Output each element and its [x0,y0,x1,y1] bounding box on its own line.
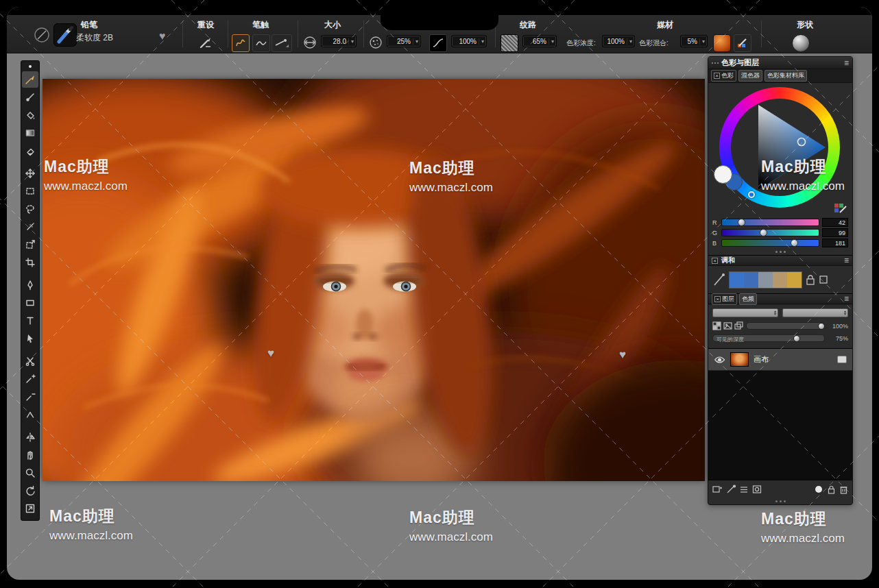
new-layer-icon[interactable] [712,485,723,494]
dynamic-plugin-icon[interactable] [726,485,736,494]
delete-layer-icon[interactable] [839,485,848,494]
layer-group-icon[interactable] [739,485,749,494]
paint-bucket-tool[interactable] [22,107,38,123]
harmony-swatch[interactable] [744,272,758,288]
layer-adjuster-tool[interactable] [22,165,38,182]
media-dab-button[interactable] [713,34,731,52]
layer-mask-icon[interactable] [752,485,762,494]
brush-selector-tile[interactable] [53,23,77,47]
b-value[interactable]: 181 [822,238,848,247]
remove-point-tool[interactable] [22,389,38,405]
layer-row-canvas[interactable]: 画布 [708,349,852,371]
brush-variant-label[interactable]: 柔软度 2B [76,32,113,44]
visible-depth-slider[interactable]: 可见的深度 [712,334,825,342]
stroke-style-1-button[interactable] [232,34,250,52]
navigator-tool[interactable] [22,500,38,517]
layers-icon[interactable] [734,321,743,330]
media-picker-button[interactable] [734,34,751,52]
tab-channels[interactable]: 色频 [739,293,757,305]
expression-curve-button[interactable] [429,34,447,52]
tab-mixer[interactable]: 混色器 [738,70,762,82]
opacity-dropdown[interactable]: 25% ▾ [387,35,421,47]
new-swatch-icon[interactable] [819,275,828,284]
r-slider[interactable] [721,219,819,226]
rect-select-tool[interactable] [22,183,38,199]
size-dropdown[interactable]: 28.0 ▾ [321,35,357,47]
composite-method-select[interactable]: ▴▾ [712,308,778,317]
section-resize-handle[interactable] [708,248,852,255]
rect-shape-tool[interactable] [22,295,38,311]
grain-dropdown[interactable]: 65% ▾ [522,35,557,47]
grabber-tool[interactable] [22,447,38,463]
b-slider[interactable] [721,239,819,247]
r-value[interactable]: 42 [822,218,848,227]
add-point-tool[interactable] [22,371,38,387]
text-tool[interactable] [22,313,38,329]
lasso-tool[interactable] [22,201,38,217]
visibility-eye-icon[interactable] [714,356,725,364]
brush-ghost-button[interactable] [33,26,51,44]
canvas-document[interactable] [43,79,705,481]
scissors-tool[interactable] [22,353,38,369]
layers-menu-icon[interactable]: ≡ [844,295,849,303]
panel-menu-icon[interactable]: ≡ [844,59,849,67]
pen-tool[interactable] [22,277,38,293]
reset-brush-button[interactable] [197,34,214,51]
main-color-swatch[interactable] [714,165,732,184]
heart-marker-icon[interactable]: ♥ [619,348,626,362]
g-slider[interactable] [721,229,819,236]
harmony-swatch[interactable] [730,272,744,288]
grid-icon[interactable] [712,321,721,330]
depth-knob[interactable] [793,335,800,342]
b-slider-knob[interactable] [791,239,798,247]
favorite-heart-icon[interactable]: ♥ [159,30,166,42]
dropper-tool[interactable] [22,89,38,106]
g-value[interactable]: 99 [822,228,848,237]
layer-opacity-slider[interactable] [746,322,825,330]
harmony-header[interactable]: × 调和 ≡ [708,255,852,266]
close-icon[interactable]: × [714,73,720,79]
brush-category-label[interactable]: 铅笔 [81,19,97,31]
color-set-icon[interactable] [833,201,848,216]
dab-shape-sphere-button[interactable] [792,34,810,52]
tab-layers[interactable]: ×图层 [712,293,737,305]
eraser-tool[interactable] [22,143,38,159]
tab-color[interactable]: ×色彩 [711,70,736,82]
heart-marker-icon[interactable]: ♥ [267,347,274,360]
magnifier-tool[interactable] [22,465,38,481]
rotate-page-tool[interactable] [22,482,38,499]
harmony-swatch[interactable] [773,272,787,288]
magic-wand-tool[interactable] [22,219,38,235]
toolbox-handle[interactable] [29,65,32,68]
harmony-pen-icon[interactable] [712,271,726,288]
expression-dropdown[interactable]: 100% ▾ [451,35,487,47]
close-icon[interactable]: × [714,296,721,302]
tab-colorset[interactable]: 色彩集材料库 [764,70,807,82]
panel-resize-handle[interactable] [708,498,852,504]
shape-select-tool[interactable] [22,330,38,347]
mirror-painting-tool[interactable] [22,429,38,445]
concentration-dropdown[interactable]: 100% ▾ [602,35,635,47]
gradient-tool[interactable] [22,125,38,141]
brush-tool[interactable] [22,71,38,88]
r-slider-knob[interactable] [738,219,745,226]
convert-point-tool[interactable] [22,406,38,423]
stroke-style-3-button[interactable] [272,34,292,52]
hue-cursor[interactable] [748,191,755,198]
harmony-swatch[interactable] [758,272,773,288]
stroke-style-2-button[interactable] [252,34,270,52]
crop-tool[interactable] [22,254,38,271]
image-icon[interactable] [723,321,732,330]
harmony-swatch[interactable] [787,272,802,288]
blend-dropdown[interactable]: 5% ▾ [680,35,708,47]
panel-header[interactable]: 色彩与图层 ≡ [708,57,852,69]
lock-layer-icon[interactable] [827,485,836,494]
composite-depth-select[interactable]: ▴▾ [782,308,848,317]
layer-thumbnail[interactable] [730,352,749,367]
harmony-swatches[interactable] [729,271,802,289]
layer-lock-badge[interactable] [837,356,847,363]
transform-tool[interactable] [22,236,38,253]
harmony-menu-icon[interactable]: ≡ [844,256,849,265]
close-icon[interactable]: × [712,258,718,264]
g-slider-knob[interactable] [760,229,767,236]
